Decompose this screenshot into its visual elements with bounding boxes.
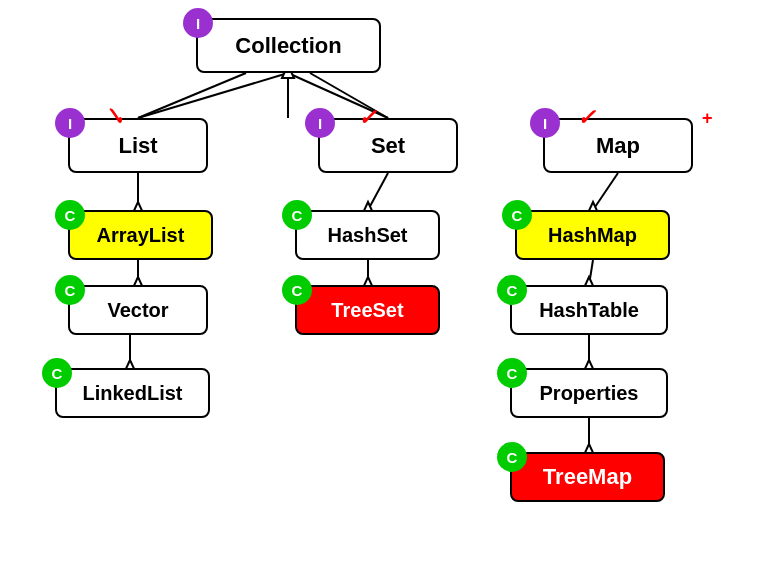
vector-box: Vector	[68, 285, 208, 335]
treemap-box: TreeMap	[510, 452, 665, 502]
list-badge: I	[55, 108, 85, 138]
arraylist-badge: C	[55, 200, 85, 230]
properties-label: Properties	[540, 382, 639, 405]
properties-badge: C	[497, 358, 527, 388]
svg-line-12	[368, 173, 388, 210]
vector-badge: C	[55, 275, 85, 305]
collection-badge: I	[183, 8, 213, 38]
collection-box: Collection	[196, 18, 381, 73]
svg-line-16	[593, 173, 618, 210]
hashtable-box: HashTable	[510, 285, 668, 335]
svg-line-2	[138, 73, 246, 118]
hashtable-badge: C	[497, 275, 527, 305]
hashtable-label: HashTable	[539, 299, 639, 322]
svg-line-18	[589, 260, 593, 285]
treeset-label: TreeSet	[331, 299, 403, 322]
map-badge: I	[530, 108, 560, 138]
treeset-badge: C	[282, 275, 312, 305]
diagram: Collection I List I Set I Map I ArrayLis…	[0, 0, 771, 566]
linkedlist-badge: C	[42, 358, 72, 388]
hashset-box: HashSet	[295, 210, 440, 260]
hashmap-label: HashMap	[548, 224, 637, 247]
set-box: Set	[318, 118, 458, 173]
vector-label: Vector	[107, 299, 168, 322]
map-plus: +	[702, 108, 713, 129]
set-label: Set	[371, 133, 405, 159]
hashmap-badge: C	[502, 200, 532, 230]
treemap-label: TreeMap	[543, 464, 632, 490]
hashmap-box: HashMap	[515, 210, 670, 260]
hashset-badge: C	[282, 200, 312, 230]
map-label: Map	[596, 133, 640, 159]
properties-box: Properties	[510, 368, 668, 418]
map-check: ✓	[577, 105, 595, 131]
set-badge: I	[305, 108, 335, 138]
treeset-box: TreeSet	[295, 285, 440, 335]
svg-line-0	[138, 73, 288, 118]
linkedlist-box: LinkedList	[55, 368, 210, 418]
collection-label: Collection	[235, 33, 341, 59]
list-box: List	[68, 118, 208, 173]
map-box: Map	[543, 118, 693, 173]
hashset-label: HashSet	[327, 224, 407, 247]
set-check: ✓	[358, 105, 376, 131]
arraylist-box: ArrayList	[68, 210, 213, 260]
arraylist-label: ArrayList	[97, 224, 185, 247]
treemap-badge: C	[497, 442, 527, 472]
linkedlist-label: LinkedList	[82, 382, 182, 405]
list-label: List	[118, 133, 157, 159]
